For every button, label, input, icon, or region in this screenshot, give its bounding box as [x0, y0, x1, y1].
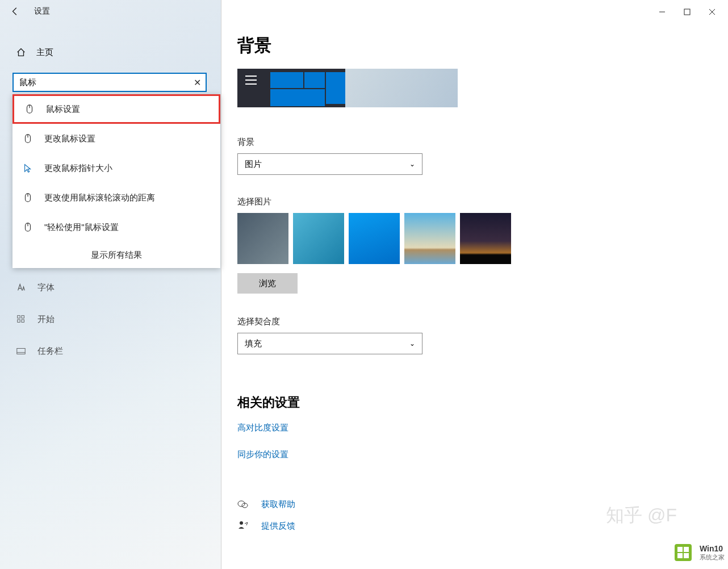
- settings-sidebar: 设置 主页 ✕ 鼠标设置 更改鼠标设置 更改鼠标指针大小: [0, 0, 221, 569]
- mouse-icon: [24, 104, 35, 114]
- watermark-brand: Win10 系统之家: [670, 539, 725, 566]
- start-icon: [16, 314, 26, 324]
- search-result-mouse-settings[interactable]: 鼠标设置: [12, 94, 220, 124]
- thumbnail-2[interactable]: [293, 213, 344, 264]
- mouse-icon: [23, 222, 33, 232]
- high-contrast-link[interactable]: 高对比度设置: [237, 422, 728, 433]
- search-result-cursor-size[interactable]: 更改鼠标指针大小: [12, 153, 220, 183]
- minimize-button[interactable]: [650, 3, 675, 20]
- maximize-button[interactable]: [675, 3, 700, 20]
- window-title: 设置: [34, 6, 50, 16]
- chevron-down-icon: ⌄: [409, 160, 415, 168]
- help-icon: [237, 499, 249, 510]
- main-content: 背景 背景 图片 ⌄ 选择图片 浏览 选择契合度 填充 ⌄ 相关的设置 高对比度…: [221, 0, 728, 569]
- search-results-panel: 鼠标设置 更改鼠标设置 更改鼠标指针大小 更改使用鼠标滚轮滚动的距离 "轻松使用…: [12, 94, 220, 268]
- svg-rect-9: [22, 316, 24, 319]
- picture-thumbnails: [237, 213, 728, 264]
- svg-rect-12: [17, 349, 25, 354]
- back-button[interactable]: [10, 6, 20, 16]
- page-title: 背景: [237, 34, 728, 57]
- thumbnail-1[interactable]: [237, 213, 288, 264]
- sidebar-item-fonts[interactable]: 字体: [0, 271, 221, 303]
- svg-rect-8: [18, 316, 20, 319]
- home-icon: [16, 47, 26, 57]
- svg-rect-22: [677, 547, 683, 552]
- feedback-icon: [237, 520, 249, 532]
- get-help-link[interactable]: 获取帮助: [261, 499, 295, 510]
- thumbnail-3[interactable]: [349, 213, 400, 264]
- mouse-icon: [23, 193, 33, 203]
- related-settings-title: 相关的设置: [237, 394, 728, 411]
- cursor-icon: [23, 163, 33, 173]
- svg-rect-21: [675, 544, 692, 561]
- close-button[interactable]: [700, 3, 725, 20]
- chevron-down-icon: ⌄: [409, 340, 415, 348]
- sidebar-item-start[interactable]: 开始: [0, 303, 221, 335]
- svg-point-18: [238, 501, 245, 507]
- sync-settings-link[interactable]: 同步你的设置: [237, 449, 728, 460]
- thumbnail-5[interactable]: [460, 213, 511, 264]
- svg-rect-25: [684, 553, 689, 558]
- feedback-link[interactable]: 提供反馈: [261, 521, 295, 532]
- search-box[interactable]: ✕: [12, 73, 207, 92]
- fit-dropdown[interactable]: 填充 ⌄: [237, 333, 422, 354]
- fonts-icon: [16, 282, 26, 292]
- home-label: 主页: [36, 47, 53, 58]
- search-result-ease-of-access-mouse[interactable]: "轻松使用"鼠标设置: [12, 212, 220, 242]
- browse-button[interactable]: 浏览: [237, 273, 298, 294]
- watermark-zhihu: 知乎 @F: [606, 503, 677, 528]
- background-dropdown[interactable]: 图片 ⌄: [237, 153, 422, 175]
- svg-rect-11: [22, 320, 24, 323]
- search-input[interactable]: [19, 78, 194, 87]
- thumbnail-4[interactable]: [404, 213, 455, 264]
- search-result-scroll-distance[interactable]: 更改使用鼠标滚轮滚动的距离: [12, 183, 220, 212]
- svg-point-20: [240, 521, 243, 525]
- svg-rect-24: [677, 553, 683, 558]
- sidebar-item-taskbar[interactable]: 任务栏: [0, 335, 221, 367]
- svg-rect-15: [684, 9, 690, 15]
- search-result-change-mouse[interactable]: 更改鼠标设置: [12, 124, 220, 153]
- svg-rect-23: [684, 547, 689, 552]
- background-label: 背景: [237, 137, 728, 148]
- clear-search-icon[interactable]: ✕: [194, 77, 201, 88]
- background-preview: [237, 69, 458, 107]
- show-all-results[interactable]: 显示所有结果: [12, 242, 220, 268]
- brand-logo-icon: [670, 539, 696, 566]
- mouse-icon: [23, 133, 33, 144]
- home-nav[interactable]: 主页: [0, 39, 221, 66]
- svg-rect-10: [18, 320, 20, 323]
- choose-picture-label: 选择图片: [237, 196, 728, 207]
- taskbar-icon: [16, 346, 26, 356]
- fit-label: 选择契合度: [237, 316, 728, 327]
